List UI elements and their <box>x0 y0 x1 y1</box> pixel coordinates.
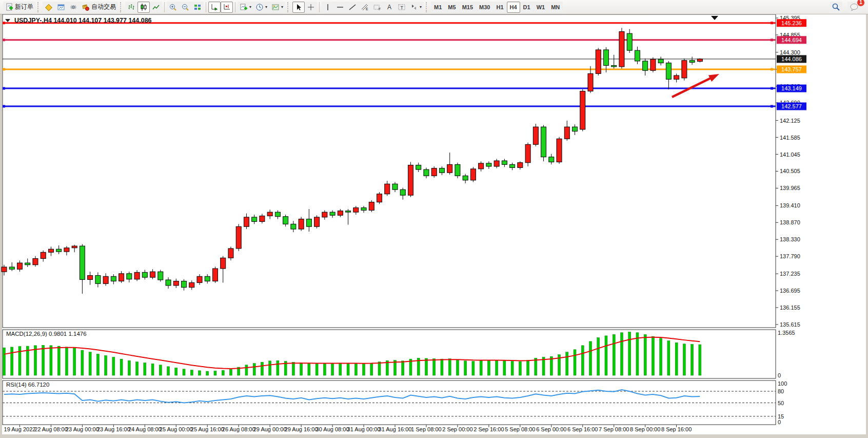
line-price-tag-label: 143.149 <box>781 85 802 91</box>
candle-up <box>470 169 476 180</box>
macd-indicator-label: MACD(12,26,9) 0.9801 1.1476 <box>6 331 87 337</box>
text-tool-button[interactable]: A <box>383 2 396 13</box>
macd-histogram-bar <box>292 362 294 375</box>
fibonacci-icon: E <box>361 3 369 11</box>
candle-up <box>173 281 179 285</box>
new-order-label: 新订单 <box>15 3 33 11</box>
macd-histogram-bar <box>464 361 467 375</box>
candle-down <box>658 59 663 63</box>
candle-up <box>385 184 390 194</box>
grid-tool-icon: F <box>373 3 381 11</box>
timeframe-group: M1M5M15M30H1H4D1W1MN <box>431 2 563 13</box>
candle-down <box>361 208 366 211</box>
price-chart[interactable]: 145.395144.855144.300143.760143.215142.6… <box>0 0 868 438</box>
svg-text:A: A <box>387 4 391 11</box>
macd-histogram-bar <box>206 371 209 375</box>
line-handle[interactable] <box>3 87 5 90</box>
line-price-tag-label: 143.757 <box>781 66 802 72</box>
vertical-line-button[interactable] <box>322 2 334 13</box>
timeframe-MN[interactable]: MN <box>548 2 563 13</box>
candle-down <box>666 63 671 80</box>
line-handle[interactable] <box>3 39 5 41</box>
candlestick-chart-type-button[interactable] <box>137 2 150 13</box>
line-chart-type-button[interactable] <box>150 2 162 13</box>
date-axis-label: 22 Aug 08:00 <box>34 426 68 432</box>
candle-up <box>236 226 241 249</box>
price-axis-label: 137.235 <box>780 271 800 277</box>
toolbar-separator <box>206 2 206 12</box>
date-axis-label: 7 Sep 08:00 <box>599 426 629 432</box>
line-price-tag-label: 142.577 <box>781 103 802 109</box>
date-axis-label: 1 Sep 08:00 <box>411 426 441 432</box>
profiles-clock-icon <box>255 3 264 11</box>
candle-up <box>479 163 484 169</box>
templates-button[interactable]: ▾ <box>269 2 285 13</box>
zoom-out-icon <box>181 3 189 11</box>
navigator-button[interactable] <box>55 2 67 13</box>
auto-scroll-icon <box>210 3 219 11</box>
date-axis-label: 25 Aug 16:00 <box>191 426 224 432</box>
price-axis-label: 141.045 <box>780 151 800 158</box>
line-handle[interactable] <box>771 105 773 108</box>
candle-up <box>353 208 359 213</box>
line-handle[interactable] <box>771 39 773 41</box>
macd-histogram-bar <box>433 359 436 375</box>
profiles-button[interactable]: ▾ <box>253 2 269 13</box>
ea-signal-button[interactable] <box>67 2 80 13</box>
bar-chart-type-button[interactable] <box>125 2 137 13</box>
svg-text:T: T <box>401 5 404 10</box>
timeframe-H1[interactable]: H1 <box>493 2 506 13</box>
candlestick-chart-icon <box>140 3 148 11</box>
line-handle[interactable] <box>3 68 5 70</box>
macd-histogram-bar <box>167 367 170 375</box>
date-axis-label: 31 Aug 16:00 <box>379 426 412 432</box>
crosshair-button[interactable] <box>305 2 317 13</box>
line-handle[interactable] <box>3 105 5 108</box>
timeframe-M15[interactable]: M15 <box>459 2 476 13</box>
candle-down <box>80 246 85 279</box>
timeframe-M5[interactable]: M5 <box>445 2 459 13</box>
timeframe-W1[interactable]: W1 <box>534 2 548 13</box>
shapes-tool-button[interactable]: ▾ <box>408 2 424 13</box>
candle-down <box>166 280 171 285</box>
line-handle[interactable] <box>771 22 773 24</box>
tile-windows-button[interactable] <box>191 2 204 13</box>
candle-up <box>314 217 320 226</box>
auto-trading-label: 自动交易 <box>91 3 116 11</box>
svg-text:E: E <box>366 7 368 11</box>
macd-histogram-bar <box>261 362 263 375</box>
macd-histogram-bar <box>65 347 68 375</box>
timeframe-M30[interactable]: M30 <box>476 2 493 13</box>
fibonacci-button[interactable]: E <box>359 2 371 13</box>
new-order-button[interactable]: 新订单 <box>3 2 35 13</box>
line-handle[interactable] <box>771 68 773 70</box>
label-tool-button[interactable]: T <box>396 2 408 13</box>
auto-scroll-button[interactable] <box>208 2 221 13</box>
grid-tool-button[interactable]: F <box>371 2 383 13</box>
timeframe-H4[interactable]: H4 <box>507 2 520 13</box>
timeframe-M1[interactable]: M1 <box>431 2 445 13</box>
candle-up <box>119 274 124 281</box>
macd-histogram-bar <box>183 369 185 375</box>
timeframe-D1[interactable]: D1 <box>520 2 534 13</box>
zoom-in-button[interactable] <box>167 2 179 13</box>
zoom-out-button[interactable] <box>179 2 191 13</box>
new-chart-button[interactable]: ▾ <box>238 2 253 13</box>
candle-down <box>392 184 398 189</box>
market-watch-button[interactable] <box>43 2 55 13</box>
line-handle[interactable] <box>771 87 773 90</box>
macd-histogram-bar <box>363 364 365 375</box>
search-button[interactable] <box>830 2 842 13</box>
macd-histogram-bar <box>699 345 701 375</box>
cursor-button[interactable] <box>292 2 305 13</box>
candle-up <box>244 217 249 226</box>
date-axis-label: 29 Aug 00:00 <box>253 426 287 432</box>
horizontal-line-button[interactable] <box>334 2 346 13</box>
crosshair-icon <box>307 3 315 11</box>
date-axis-label: 23 Aug 16:00 <box>97 426 130 432</box>
chart-shift-button[interactable] <box>221 2 233 13</box>
line-handle[interactable] <box>3 22 5 24</box>
auto-trading-button[interactable]: 自动交易 <box>80 2 118 13</box>
macd-histogram-bar <box>199 371 201 375</box>
trendline-button[interactable] <box>346 2 359 13</box>
